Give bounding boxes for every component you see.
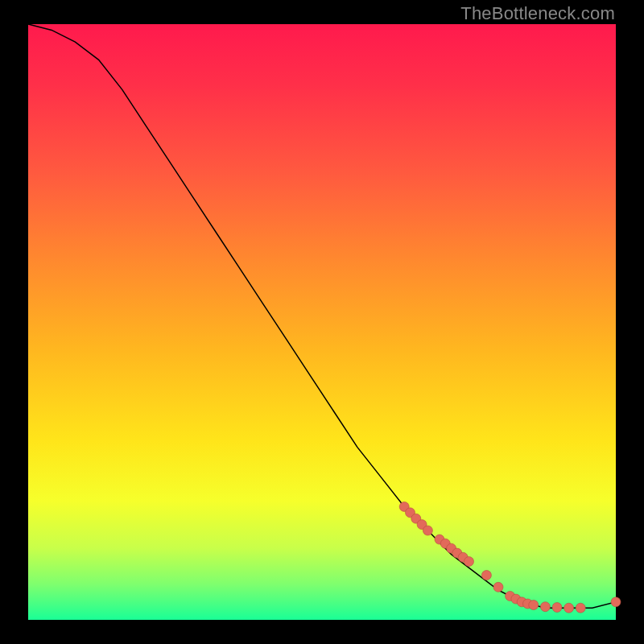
- marker-point: [611, 597, 621, 607]
- marker-point: [529, 601, 539, 610]
- marker-point: [423, 526, 432, 535]
- marker-point: [552, 603, 562, 613]
- marker-point: [540, 602, 550, 612]
- chart-stage: TheBottleneck.com: [0, 0, 644, 644]
- watermark-text: TheBottleneck.com: [460, 3, 615, 24]
- markers-group: [399, 502, 621, 613]
- plot-overlay: [28, 24, 616, 620]
- marker-point: [493, 582, 503, 592]
- marker-point: [481, 571, 491, 580]
- marker-point: [564, 603, 574, 613]
- marker-point: [576, 603, 585, 613]
- marker-point: [464, 557, 474, 567]
- curve-line: [28, 24, 616, 608]
